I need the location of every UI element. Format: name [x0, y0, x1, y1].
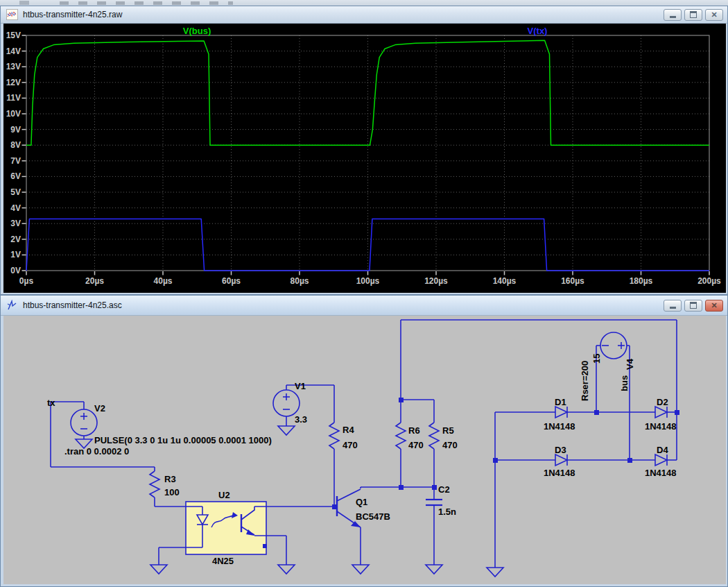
schematic-titlebar[interactable]: htbus-transmitter-4n25.asc ✕ [1, 296, 727, 316]
tran-directive[interactable]: .tran 0 0.0002 0 [64, 446, 129, 457]
u2-name[interactable]: U2 [218, 490, 230, 500]
waveform-titlebar[interactable]: htbus-transmitter-4n25.raw ✕ [1, 6, 727, 24]
background-window-fragment [19, 1, 29, 5]
d2-value[interactable]: 1N4148 [645, 421, 677, 432]
r4-value[interactable]: 470 [343, 440, 358, 450]
d3-name[interactable]: D3 [555, 445, 566, 455]
waveform-close-button[interactable]: ✕ [705, 9, 723, 21]
minimize-icon [670, 16, 676, 18]
u2-value[interactable]: 4N25 [212, 556, 234, 566]
x-axis-tick-label: 100µs [356, 276, 380, 286]
v4-name[interactable]: V4 [625, 358, 635, 370]
r3-value[interactable]: 100 [164, 487, 180, 497]
d3-value[interactable]: 1N4148 [544, 468, 575, 478]
waveform-window-title: htbus-transmitter-4n25.raw [23, 10, 658, 19]
waveform-plot-area[interactable]: 0V1V2V3V4V5V6V7V8V9V10V11V12V13V14V15V0µ… [3, 24, 725, 293]
unconnected-pin-marker [263, 544, 267, 548]
optocoupler-u2[interactable] [186, 502, 267, 554]
schematic-close-button[interactable]: ✕ [705, 300, 723, 312]
y-axis-tick-label: 7V [10, 156, 21, 166]
y-axis-tick-label: 15V [6, 31, 21, 40]
waveform-maximize-button[interactable] [684, 9, 702, 21]
y-axis-tick-label: 2V [10, 235, 21, 244]
waveform-window: htbus-transmitter-4n25.raw ✕ 0V1V2V3V4V5… [0, 6, 728, 295]
x-axis-tick-label: 160µs [561, 276, 584, 286]
waveform-icon [6, 9, 18, 20]
v2-name[interactable]: V2 [94, 403, 105, 414]
d1-name[interactable]: D1 [555, 397, 566, 407]
y-axis-tick-label: 12V [6, 78, 21, 87]
x-axis-tick-label: 0µs [19, 276, 34, 286]
x-axis-tick-label: 140µs [493, 276, 517, 286]
x-axis-tick-label: 200µs [697, 276, 721, 286]
d1-value[interactable]: 1N4148 [544, 421, 575, 432]
v4-rser[interactable]: Rser=200 [580, 361, 590, 401]
v1-value[interactable]: 3.3 [295, 414, 307, 425]
y-axis-tick-label: 13V [6, 62, 21, 71]
y-axis-tick-label: 11V [6, 93, 21, 103]
net-label-tx[interactable]: tx [47, 398, 55, 408]
v2-value[interactable]: PULSE(0 3.3 0 1u 1u 0.00005 0.0001 1000) [94, 435, 272, 445]
c2-name[interactable]: C2 [438, 484, 450, 495]
minimize-icon [670, 307, 676, 309]
close-icon: ✕ [711, 302, 717, 309]
r6-value[interactable]: 470 [408, 440, 424, 450]
r5-value[interactable]: 470 [442, 440, 458, 450]
x-axis-tick-label: 20µs [85, 276, 104, 286]
waveform-plot[interactable]: 0V1V2V3V4V5V6V7V8V9V10V11V12V13V14V15V0µ… [3, 24, 726, 293]
y-axis-tick-label: 3V [10, 219, 21, 228]
maximize-icon [690, 11, 697, 18]
schematic-icon [6, 300, 18, 311]
schematic-canvas[interactable]: tx V2 PULSE(0 3.3 0 1u 1u 0.00005 0.0001… [3, 316, 725, 584]
x-axis-tick-label: 180µs [630, 276, 653, 286]
maximize-icon [690, 302, 697, 309]
waveform-minimize-button[interactable] [664, 9, 682, 21]
background-window-clipped-text [60, 1, 233, 5]
x-axis-tick-label: 60µs [222, 276, 241, 286]
schematic-window-title: htbus-transmitter-4n25.asc [23, 300, 658, 310]
v4-value[interactable]: 15 [591, 354, 602, 364]
legend-vtx[interactable]: V(tx) [528, 26, 548, 36]
schematic-window: htbus-transmitter-4n25.asc ✕ [0, 295, 728, 587]
y-axis-tick-label: 0V [10, 266, 21, 275]
y-axis-tick-label: 14V [6, 46, 21, 56]
y-axis-tick-label: 9V [10, 125, 21, 135]
y-axis-tick-label: 8V [10, 140, 21, 150]
d2-name[interactable]: D2 [657, 397, 668, 407]
c2-value[interactable]: 1.5n [438, 507, 456, 517]
q1-value[interactable]: BC547B [356, 511, 390, 522]
x-axis-tick-label: 80µs [291, 276, 309, 286]
d4-name[interactable]: D4 [657, 445, 668, 455]
y-axis-tick-label: 5V [10, 187, 21, 197]
y-axis-tick-label: 4V [10, 203, 21, 213]
v1-name[interactable]: V1 [295, 381, 306, 391]
d4-value[interactable]: 1N4148 [645, 468, 677, 478]
close-icon: ✕ [711, 11, 717, 19]
y-axis-tick-label: 10V [6, 109, 21, 119]
y-axis-tick-label: 1V [10, 250, 21, 260]
schematic-minimize-button[interactable] [664, 300, 682, 312]
legend-vbus[interactable]: V(bus) [183, 26, 211, 36]
r5-name[interactable]: R5 [442, 425, 454, 436]
q1-name[interactable]: Q1 [356, 497, 367, 507]
x-axis-tick-label: 120µs [424, 276, 448, 286]
net-label-bus[interactable]: bus [619, 375, 630, 391]
r4-name[interactable]: R4 [343, 425, 354, 435]
r6-name[interactable]: R6 [408, 425, 420, 436]
schematic-maximize-button[interactable] [684, 300, 702, 312]
r3-name[interactable]: R3 [164, 474, 176, 484]
x-axis-tick-label: 40µs [154, 276, 173, 286]
y-axis-tick-label: 6V [10, 171, 21, 181]
schematic-drawing[interactable]: tx V2 PULSE(0 3.3 0 1u 1u 0.00005 0.0001… [3, 316, 726, 584]
